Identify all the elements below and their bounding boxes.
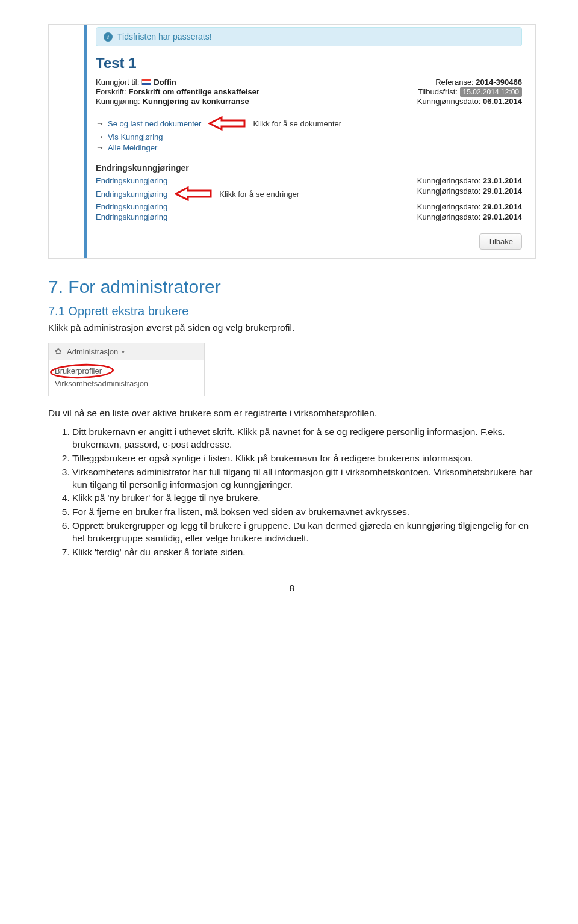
regulation-value: Forskrift om offentlige anskaffelser: [129, 87, 259, 96]
notice-screenshot: i Tidsfristen har passerats! Test 1 Kunn…: [48, 24, 536, 259]
arrow-icon: →: [96, 132, 104, 141]
instruction-list: Ditt brukernavn er angitt i uthevet skri…: [48, 426, 536, 559]
notice-type-label: Kunngjøring:: [96, 97, 140, 106]
list-item: For å fjerne en bruker fra listen, må bo…: [72, 506, 536, 519]
deadline-label: Tilbudsfrist:: [418, 87, 458, 96]
notice-type-value: Kunngjøring av konkurranse: [143, 97, 249, 106]
published-label: Kunngjort til:: [96, 78, 139, 87]
reference-label: Referanse:: [435, 78, 474, 87]
chevron-down-icon: ▾: [122, 348, 125, 355]
arrow-icon: →: [96, 119, 104, 128]
flag-icon: [141, 79, 151, 85]
regulation-label: Forskrift:: [96, 87, 126, 96]
deadline-value: 15.02.2014 12:00: [460, 87, 522, 97]
pubdate-label: Kunngjøringsdato:: [417, 97, 481, 106]
change-date-label: Kunngjøringsdato:: [417, 212, 481, 221]
body-paragraph: Du vil nå se en liste over aktive bruker…: [48, 407, 536, 420]
view-notice-link[interactable]: Vis Kunngjøring: [108, 132, 163, 141]
info-icon: i: [104, 32, 113, 42]
change-date-value: 29.01.2014: [483, 202, 522, 211]
change-date-value: 29.01.2014: [483, 212, 522, 221]
list-item: Klikk 'ferdig' når du ønsker å forlate s…: [72, 546, 536, 559]
list-item: Klikk på 'ny bruker' for å legge til nye…: [72, 492, 536, 505]
svg-marker-0: [210, 117, 244, 129]
change-date-label: Kunngjøringsdato:: [417, 202, 481, 211]
menu-item-virksomhet[interactable]: Virksomhetsadministrasjon: [55, 377, 198, 390]
svg-marker-1: [176, 188, 211, 200]
heading-admin: 7. For administratorer: [48, 277, 536, 297]
back-button[interactable]: Tilbake: [479, 233, 522, 250]
list-item: Virksomhetens administrator har full til…: [72, 466, 536, 491]
pubdate-value: 06.01.2014: [483, 97, 522, 106]
change-notice-link[interactable]: Endringskunngjøring: [96, 176, 167, 185]
notice-title: Test 1: [96, 55, 522, 72]
body-paragraph: Klikk på administrasjon øverst på siden …: [48, 322, 536, 334]
page-number: 8: [48, 583, 536, 593]
menu-item-brukerprofiler[interactable]: Brukerprofiler: [55, 366, 102, 375]
all-messages-link[interactable]: Alle Meldinger: [108, 143, 157, 152]
alert-text: Tidsfristen har passerats!: [117, 32, 212, 42]
published-value: Doffin: [154, 78, 176, 87]
change-date-label: Kunngjøringsdato:: [417, 176, 481, 185]
heading-create-users: 7.1 Opprett ekstra brukere: [48, 304, 536, 318]
list-item: Tilleggsbrukere er også synlige i listen…: [72, 452, 536, 465]
callout-documents: Klikk for å se dokumenter: [253, 119, 341, 128]
list-item: Ditt brukernavn er angitt i uthevet skri…: [72, 426, 536, 451]
change-notice-link[interactable]: Endringskunngjøring: [96, 189, 167, 199]
reference-value: 2014-390466: [476, 78, 522, 87]
admin-menu-screenshot: ✿ Administrasjon ▾ Brukerprofiler Virkso…: [48, 343, 205, 396]
change-notice-link[interactable]: Endringskunngjøring: [96, 212, 167, 221]
change-date-value: 23.01.2014: [483, 176, 522, 185]
list-item: Opprett brukergrupper og legg til bruker…: [72, 520, 536, 545]
deadline-alert: i Tidsfristen har passerats!: [96, 27, 522, 46]
download-documents-link[interactable]: Se og last ned dokumenter: [108, 119, 201, 128]
callout-changes: Klikk for å se endringer: [219, 189, 299, 199]
admin-dropdown-label: Administrasjon: [67, 347, 118, 356]
arrow-icon: →: [96, 143, 104, 152]
gear-icon: ✿: [55, 347, 63, 356]
change-date-value: 29.01.2014: [483, 186, 522, 196]
admin-dropdown[interactable]: ✿ Administrasjon ▾: [49, 343, 204, 360]
changes-heading: Endringskunngjøringer: [96, 163, 522, 173]
change-notice-link[interactable]: Endringskunngjøring: [96, 202, 167, 211]
change-date-label: Kunngjøringsdato:: [417, 186, 481, 196]
annotation-arrow-icon: [208, 116, 246, 131]
annotation-arrow-icon: [175, 186, 212, 201]
